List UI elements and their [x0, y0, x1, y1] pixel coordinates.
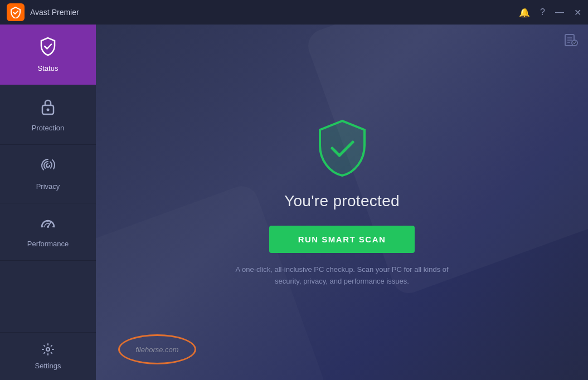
sidebar-item-status-label: Status [38, 64, 59, 72]
sidebar-settings-label: Settings [35, 362, 61, 370]
app-logo [7, 3, 25, 21]
gear-icon [41, 343, 55, 359]
watermark: filehorse.com [118, 334, 196, 364]
run-scan-button[interactable]: RUN SMART SCAN [269, 226, 415, 253]
svg-point-1 [47, 109, 50, 111]
sidebar-item-protection-label: Protection [32, 124, 65, 132]
sidebar-item-protection[interactable]: Protection [0, 85, 96, 145]
shield-container [314, 118, 370, 181]
main-content: You're protected RUN SMART SCAN A one-cl… [96, 25, 588, 380]
protected-status-text: You're protected [284, 192, 400, 210]
window-controls: 🔔 ? — ✕ [519, 7, 581, 18]
status-shield-icon [39, 37, 57, 60]
svg-point-7 [46, 348, 50, 351]
titlebar: Avast Premier 🔔 ? — ✕ [0, 0, 588, 25]
lock-icon [40, 98, 56, 119]
sidebar-item-performance[interactable]: Performance [0, 203, 96, 261]
sidebar-item-privacy[interactable]: Privacy [0, 145, 96, 203]
svg-point-3 [47, 226, 49, 228]
sidebar-item-performance-label: Performance [27, 240, 69, 248]
fingerprint-icon [40, 157, 56, 178]
sidebar-item-privacy-label: Privacy [36, 182, 60, 191]
app-body: Status Protection [0, 25, 588, 380]
sidebar-item-status[interactable]: Status [0, 25, 96, 85]
gauge-icon [40, 216, 56, 235]
help-icon[interactable]: ? [540, 7, 545, 17]
minimize-icon[interactable]: — [555, 7, 564, 17]
bell-icon[interactable]: 🔔 [519, 7, 530, 18]
account-icon[interactable] [563, 32, 578, 50]
close-icon[interactable]: ✕ [574, 7, 581, 18]
app-title: Avast Premier [30, 8, 519, 17]
status-content: You're protected RUN SMART SCAN A one-cl… [231, 118, 454, 288]
scan-description: A one-click, all-inclusive PC checkup. S… [231, 264, 454, 288]
sidebar: Status Protection [0, 25, 96, 380]
watermark-text: filehorse.com [135, 345, 178, 354]
sidebar-item-settings[interactable]: Settings [0, 332, 96, 380]
